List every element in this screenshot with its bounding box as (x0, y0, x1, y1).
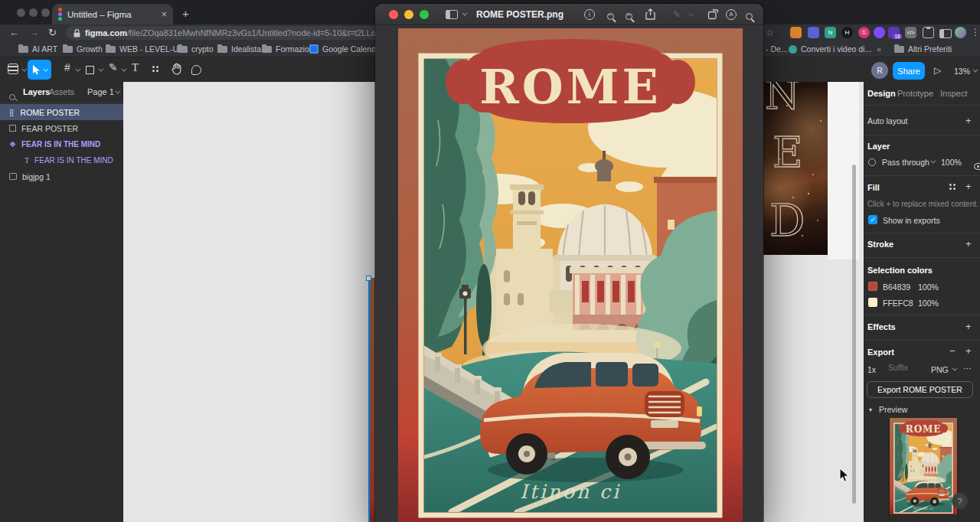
markup-pen-icon[interactable]: ✎ (673, 9, 681, 20)
color-opacity[interactable]: 100% (918, 299, 939, 308)
extension-icon[interactable] (808, 27, 819, 38)
forward-icon[interactable]: → (29, 27, 39, 38)
layer-row-rome-poster[interactable]: ⣿ ROME POSTER (0, 104, 123, 120)
export-format-select[interactable]: PNG (931, 365, 949, 374)
blend-mode-icon[interactable] (868, 158, 876, 166)
move-tool-selected[interactable] (28, 60, 51, 80)
tab-layers[interactable]: Layers (23, 87, 50, 96)
share-icon[interactable] (645, 8, 655, 22)
info-icon[interactable]: i (584, 9, 595, 20)
text-tool-icon[interactable]: T (132, 61, 139, 74)
window-close-button[interactable] (17, 8, 25, 17)
export-suffix-input[interactable] (888, 363, 925, 372)
window-zoom-button[interactable] (41, 8, 50, 17)
color-hex[interactable]: FFEFC8 (883, 299, 913, 308)
zoom-in-icon[interactable]: + (626, 11, 632, 22)
hand-tool-icon[interactable] (172, 63, 182, 78)
zoom-out-icon[interactable]: − (607, 11, 614, 22)
effects-add-icon[interactable]: + (965, 321, 972, 332)
sidebar-toggle-icon[interactable] (939, 28, 952, 41)
rome-poster-image[interactable]: Itinon ci ROME (398, 28, 743, 522)
frame-tool-icon[interactable]: # (64, 61, 70, 73)
new-tab-button[interactable]: + (182, 8, 189, 19)
color-swatch[interactable] (868, 282, 877, 291)
layer-row-component[interactable]: ❖ FEAR IS IN THE MIND (0, 136, 123, 152)
browser-tab[interactable]: Untitled – Figma × (52, 4, 173, 24)
extension-icon[interactable] (790, 27, 802, 38)
code-extension-icon[interactable]: </> (905, 27, 916, 38)
bookmark-folder[interactable]: Idealista (217, 44, 261, 54)
other-favorites-folder[interactable]: Altri Preferiti (894, 44, 952, 54)
password-key-icon[interactable]: ⚿ (858, 27, 870, 38)
tab-assets[interactable]: Assets (49, 87, 74, 96)
reload-icon[interactable]: ↻ (48, 27, 57, 38)
color-swatch[interactable] (868, 298, 877, 307)
preview-titlebar[interactable]: ROME POSTER.png (375, 4, 763, 25)
rotate-icon[interactable] (707, 8, 719, 22)
preview-collapse-icon[interactable]: ▾ (869, 406, 872, 413)
window-minimize-button[interactable] (29, 8, 38, 17)
layer-opacity[interactable]: 100% (941, 158, 962, 167)
extension-icon-badged[interactable]: 18 (888, 27, 900, 38)
annotate-icon[interactable]: A (726, 9, 737, 20)
shape-tool-icon[interactable] (86, 64, 94, 77)
export-rome-poster-button[interactable]: Export ROME POSTER (867, 381, 973, 398)
present-play-icon[interactable]: ▷ (934, 65, 941, 76)
fill-add-icon[interactable]: + (965, 181, 972, 192)
export-menu-icon[interactable]: ⋯ (963, 364, 972, 373)
layer-row-text[interactable]: T FEAR IS IN THE MIND (0, 152, 123, 168)
help-button[interactable]: ? (952, 493, 968, 509)
sidebar-icon[interactable] (446, 10, 458, 19)
color-hex[interactable]: B64839 (883, 282, 910, 292)
tab-design[interactable]: Design (867, 89, 896, 98)
fear-poster-artwork[interactable]: N E D (763, 82, 828, 255)
extension-icon[interactable]: N (825, 27, 836, 38)
auto-layout-add-icon[interactable]: + (965, 115, 972, 126)
bookmark-folder[interactable]: WEB - LEVEL-UP (106, 44, 184, 54)
tab-close-icon[interactable]: × (162, 9, 167, 20)
close-icon[interactable] (389, 10, 398, 19)
selection-handle[interactable] (366, 276, 371, 281)
layer-row-image[interactable]: bigjpg 1 (0, 168, 123, 184)
extensions-puzzle-icon[interactable] (923, 27, 934, 38)
blend-mode-select[interactable]: Pass through (882, 158, 929, 167)
share-button[interactable]: Share (893, 62, 925, 80)
search-icon[interactable] (9, 94, 15, 100)
canvas-scrollbar[interactable] (852, 165, 856, 504)
extension-icon[interactable] (874, 27, 885, 38)
pen-tool-icon[interactable]: ✎ (109, 61, 118, 73)
stroke-add-icon[interactable]: + (965, 238, 972, 250)
tab-inspect[interactable]: Inspect (940, 89, 967, 98)
bookmark-star-icon[interactable]: ☆ (766, 28, 774, 38)
preview-window[interactable]: ROME POSTER.png i − + ✎ A (375, 4, 763, 522)
bookmark-folder[interactable]: Growth (63, 44, 103, 54)
extension-icon[interactable]: H (841, 27, 853, 38)
browser-menu-icon[interactable]: ⋮ (971, 27, 980, 38)
search-icon[interactable] (746, 11, 753, 22)
zoom-level[interactable]: 13% (954, 67, 970, 76)
figma-main-menu-icon[interactable] (8, 64, 18, 77)
user-avatar[interactable]: R (871, 62, 888, 79)
page-selector[interactable]: Page 1 (87, 87, 114, 96)
zoom-icon[interactable] (420, 10, 429, 19)
minimize-icon[interactable] (404, 10, 413, 19)
bookmark-folder[interactable]: AI ART (18, 44, 57, 54)
visibility-eye-icon[interactable] (974, 163, 980, 170)
show-in-exports-checkbox[interactable]: ✓ (868, 215, 877, 224)
browser-avatar[interactable] (955, 27, 966, 38)
chevron-down-icon[interactable] (462, 11, 467, 16)
bookmark-folder[interactable]: crypto (178, 44, 214, 54)
bookmark-truncated[interactable]: - De... (766, 44, 788, 54)
bookmarks-overflow-chevron[interactable]: » (877, 44, 881, 54)
styles-icon[interactable] (949, 184, 956, 190)
actions-tool-icon[interactable] (152, 66, 158, 72)
tab-prototype[interactable]: Prototype (897, 89, 933, 98)
back-icon[interactable]: ← (9, 27, 19, 38)
export-add-icon[interactable]: + (965, 345, 972, 357)
layer-row-fear-poster[interactable]: FEAR POSTER (0, 120, 123, 136)
export-remove-icon[interactable]: − (949, 345, 956, 357)
bookmark-converter[interactable]: Converti i video di... (789, 44, 871, 54)
chevron-down-icon[interactable] (43, 66, 48, 71)
rome-poster-image[interactable]: Itinon ci ROME (890, 418, 957, 514)
comment-tool-icon[interactable] (191, 64, 201, 78)
